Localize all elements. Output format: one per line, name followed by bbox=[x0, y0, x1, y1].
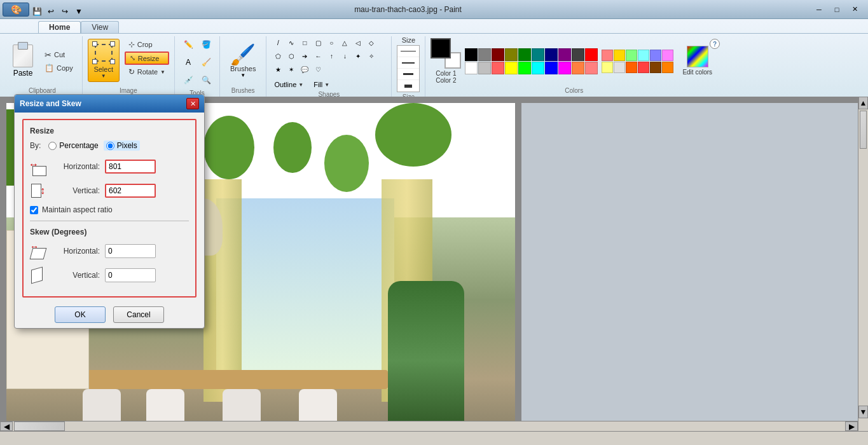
pixels-radio-label[interactable]: Pixels bbox=[104, 140, 140, 151]
dialog-inner-box: Resize By: Percentage Pixels bbox=[22, 119, 196, 298]
skew-v-icon: ↕ bbox=[30, 266, 49, 285]
vertical-field-row: ↕ Vertical: bbox=[30, 181, 189, 200]
vertical-resize-icon: ↕ bbox=[30, 181, 49, 200]
dialog-overlay: Resize and Skew ✕ Resize By: Percentage bbox=[0, 0, 868, 445]
percentage-radio[interactable] bbox=[48, 142, 57, 150]
skew-h-icon: ↔ bbox=[30, 242, 49, 261]
dialog-buttons: OK Cancel bbox=[22, 306, 196, 325]
dialog-body: Resize By: Percentage Pixels bbox=[15, 113, 204, 328]
by-row: By: Percentage Pixels bbox=[30, 140, 189, 151]
aspect-ratio-checkbox[interactable] bbox=[30, 206, 38, 214]
skew-section-title: Skew (Degrees) bbox=[30, 228, 189, 236]
vertical-input[interactable] bbox=[105, 184, 156, 198]
dialog-close-button[interactable]: ✕ bbox=[186, 98, 199, 109]
resize-skew-dialog: Resize and Skew ✕ Resize By: Percentage bbox=[14, 94, 205, 329]
resize-section-title: Resize bbox=[30, 127, 189, 135]
separator bbox=[30, 221, 189, 221]
ok-button[interactable]: OK bbox=[55, 306, 106, 323]
aspect-ratio-row: Maintain aspect ratio bbox=[30, 205, 189, 214]
pixels-radio[interactable] bbox=[106, 142, 114, 150]
dialog-title: Resize and Skew bbox=[20, 99, 81, 108]
horizontal-input[interactable] bbox=[105, 160, 156, 174]
percentage-radio-label[interactable]: Percentage bbox=[48, 141, 98, 150]
skew-v-field-row: ↕ Vertical: bbox=[30, 266, 189, 285]
cancel-button[interactable]: Cancel bbox=[113, 306, 164, 323]
horizontal-resize-icon: ↔ bbox=[30, 157, 49, 176]
skew-horizontal-input[interactable] bbox=[105, 244, 156, 258]
skew-vertical-input[interactable] bbox=[105, 268, 156, 282]
dialog-title-bar: Resize and Skew ✕ bbox=[15, 95, 204, 113]
horizontal-field-row: ↔ Horizontal: bbox=[30, 157, 189, 176]
skew-h-field-row: ↔ Horizontal: bbox=[30, 242, 189, 261]
